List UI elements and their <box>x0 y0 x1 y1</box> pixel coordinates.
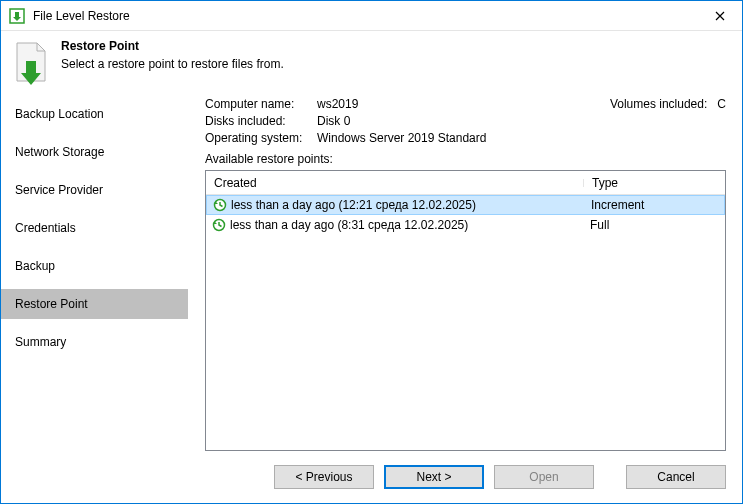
restore-point-row-icon <box>213 198 227 212</box>
table-body: less than a day ago (12:21 среда 12.02.2… <box>206 195 725 450</box>
volumes-included-value: C <box>717 97 726 111</box>
wizard-window: File Level Restore Restore Point Select … <box>0 0 743 504</box>
step-restore-point[interactable]: Restore Point <box>1 289 188 319</box>
titlebar: File Level Restore <box>1 1 742 31</box>
table-row[interactable]: less than a day ago (12:21 среда 12.02.2… <box>206 195 725 215</box>
column-created[interactable]: Created <box>206 176 584 190</box>
wizard-footer: < Previous Next > Open Cancel <box>1 451 742 503</box>
os-label: Operating system: <box>205 131 317 145</box>
volumes-included-label: Volumes included: <box>610 97 707 111</box>
next-button[interactable]: Next > <box>384 465 484 489</box>
table-header: Created Type <box>206 171 725 195</box>
available-restore-points-label: Available restore points: <box>205 152 726 166</box>
step-service-provider[interactable]: Service Provider <box>1 175 188 205</box>
computer-name-label: Computer name: <box>205 97 317 111</box>
cancel-button[interactable]: Cancel <box>626 465 726 489</box>
step-credentials[interactable]: Credentials <box>1 213 188 243</box>
main-panel: Computer name: ws2019 Disks included: Di… <box>189 97 742 451</box>
disks-included-value: Disk 0 <box>317 114 350 128</box>
page-subheading: Select a restore point to restore files … <box>61 57 284 71</box>
step-backup-location[interactable]: Backup Location <box>1 99 188 129</box>
disks-included-label: Disks included: <box>205 114 317 128</box>
os-value: Windows Server 2019 Standard <box>317 131 486 145</box>
restore-points-table: Created Type <box>205 170 726 451</box>
close-button[interactable] <box>697 1 742 31</box>
restore-point-icon <box>1 39 61 85</box>
row-created: less than a day ago (12:21 среда 12.02.2… <box>231 198 476 212</box>
restore-point-row-icon <box>212 218 226 232</box>
wizard-body: Backup Location Network Storage Service … <box>1 97 742 451</box>
previous-button[interactable]: < Previous <box>274 465 374 489</box>
wizard-steps: Backup Location Network Storage Service … <box>1 97 189 451</box>
row-type: Increment <box>585 198 705 212</box>
page-heading: Restore Point <box>61 39 284 53</box>
app-icon <box>9 8 25 24</box>
table-row[interactable]: less than a day ago (8:31 среда 12.02.20… <box>206 215 725 235</box>
window-title: File Level Restore <box>33 9 697 23</box>
computer-name-value: ws2019 <box>317 97 358 111</box>
open-button[interactable]: Open <box>494 465 594 489</box>
step-network-storage[interactable]: Network Storage <box>1 137 188 167</box>
row-type: Full <box>584 218 704 232</box>
column-type[interactable]: Type <box>584 176 704 190</box>
wizard-header: Restore Point Select a restore point to … <box>1 31 742 97</box>
row-created: less than a day ago (8:31 среда 12.02.20… <box>230 218 468 232</box>
step-backup[interactable]: Backup <box>1 251 188 281</box>
step-summary[interactable]: Summary <box>1 327 188 357</box>
